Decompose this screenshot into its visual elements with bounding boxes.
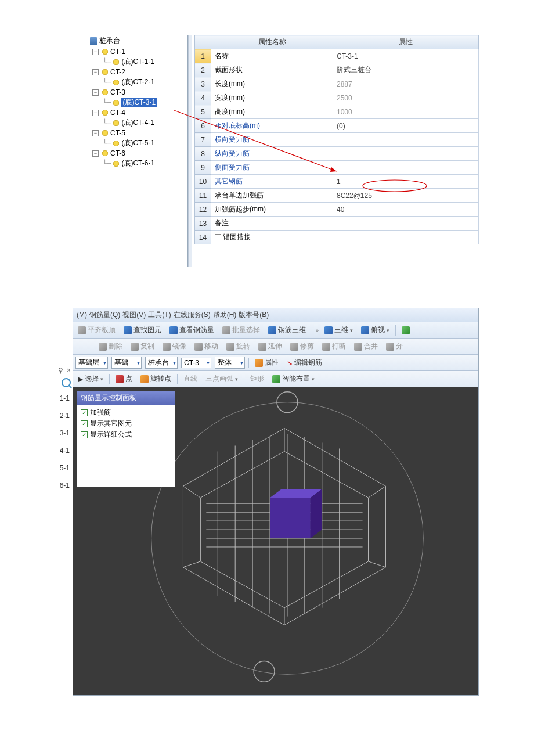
row-number[interactable]: 10 [195,175,211,189]
tree-group-label[interactable]: CT-6 [110,149,125,157]
tree-child-label[interactable]: (底)CT-1-1 [121,57,154,67]
prop-value[interactable]: 8C22@125 [333,189,479,203]
list-item[interactable]: 3-1 [50,424,73,442]
prop-name[interactable]: 纵向受力筋 [211,147,333,161]
type-select[interactable]: 桩承台 [145,357,178,369]
collapse-icon[interactable]: − [92,69,99,75]
splitter[interactable] [187,35,192,267]
collapse-icon[interactable]: − [92,110,99,116]
collapse-icon[interactable]: − [92,150,99,157]
rebar-3d-button[interactable]: 钢筋三维 [266,324,308,336]
arc-button[interactable]: 三点画弧▾ [203,373,240,385]
rotate-point-button[interactable]: 旋转点 [138,373,174,385]
row-number[interactable]: 5 [195,105,211,119]
tree-child-label[interactable]: (底)CT-6-1 [121,159,154,168]
line-button[interactable]: 直线 [181,373,200,385]
prop-name[interactable]: 相对底标高(m) [211,119,333,133]
row-number[interactable]: 1 [195,49,211,63]
list-item[interactable]: 4-1 [50,442,73,459]
checkbox[interactable]: ✓ [81,409,88,416]
3d-button[interactable]: 三维▾ [322,324,355,336]
menu-item[interactable]: 在线服务(S) [174,311,211,319]
view-rebar-button[interactable]: 查看钢筋量 [167,324,217,336]
prop-value[interactable]: CT-3-1 [333,49,479,63]
prop-name[interactable]: 长度(mm) [211,77,333,91]
row-number[interactable]: 7 [195,133,211,147]
collapse-icon[interactable]: − [92,89,99,96]
menu-item[interactable]: 钢筋量(Q) [89,311,120,319]
row-number[interactable]: 3 [195,77,211,91]
checkbox[interactable]: ✓ [81,420,88,427]
menu-item[interactable]: 工具(T) [148,311,171,319]
prop-name[interactable]: 横向受力筋 [211,133,333,147]
checkbox[interactable]: ✓ [81,431,88,438]
point-button[interactable]: 点 [113,373,135,385]
tree-group-label[interactable]: CT-4 [110,109,125,117]
list-item[interactable]: 1-1 [50,390,73,407]
tree-child-label[interactable]: (底)CT-4-1 [121,118,154,128]
prop-name[interactable]: 截面形状 [211,63,333,77]
row-number[interactable]: 4 [195,91,211,105]
close-icon[interactable]: × [67,366,71,375]
list-item[interactable]: 5-1 [50,459,73,477]
prop-name[interactable]: 承台单边加强筋 [211,189,333,203]
prop-value[interactable] [333,147,479,161]
row-number[interactable]: 2 [195,63,211,77]
prop-name[interactable]: 宽度(mm) [211,91,333,105]
delete-button[interactable]: 删除 [96,340,125,352]
merge-button[interactable]: 合并 [352,340,380,352]
prop-name[interactable]: 侧面受力筋 [211,161,333,175]
select-button[interactable]: ▶选择▾ [75,373,106,385]
prop-value[interactable] [333,217,479,231]
rect-button[interactable]: 矩形 [248,373,266,385]
expand-icon[interactable]: + [215,234,221,240]
copy-button[interactable]: 复制 [128,340,157,352]
menu-item[interactable]: (M) [77,311,87,319]
category-select[interactable]: 基础 [111,357,142,369]
collapse-icon[interactable]: − [92,49,99,55]
instance-select[interactable]: CT-3 [181,358,211,368]
prop-value[interactable]: 2500 [333,91,479,105]
list-item[interactable]: 2-1 [50,407,73,424]
menu-item[interactable]: 版本号(B) [239,311,269,319]
pin-icon[interactable]: ⚲ [58,366,63,375]
search-icon[interactable] [62,378,71,387]
tree-child-label[interactable]: (底)CT-5-1 [121,138,154,148]
trim-button[interactable]: 修剪 [288,340,316,352]
row-number[interactable]: 6 [195,119,211,133]
collapse-icon[interactable]: − [92,130,99,136]
tree-group-label[interactable]: CT-2 [110,68,125,76]
viewport-3d[interactable]: 钢筋显示控制面板 ✓加强筋✓显示其它图元✓显示详细公式 [73,387,478,695]
edit-rebar-button[interactable]: ↘编辑钢筋 [284,357,324,369]
row-number[interactable]: 14 [195,231,211,244]
prop-value[interactable]: 2887 [333,77,479,91]
prop-value[interactable]: 阶式三桩台 [333,63,479,77]
smart-layout-button[interactable]: 智能布置▾ [270,373,317,385]
prop-value[interactable] [333,231,479,244]
row-number[interactable]: 13 [195,217,211,231]
prop-value[interactable]: 1 [333,175,479,189]
tree-group-label[interactable]: CT-5 [110,129,125,137]
pingqi-button[interactable]: 平齐板顶 [75,324,118,336]
layer-select[interactable]: 基础层 [75,357,108,369]
prop-value[interactable]: 1000 [333,105,479,119]
extend-button[interactable]: 延伸 [256,340,284,352]
prop-value[interactable]: 40 [333,203,479,217]
prop-value[interactable]: (0) [333,119,479,133]
prop-value[interactable] [333,133,479,147]
prop-name[interactable]: 高度(mm) [211,105,333,119]
globe-button[interactable] [399,325,412,336]
menu-item[interactable]: 视图(V) [122,311,146,319]
break-button[interactable]: 打断 [320,340,348,352]
find-element-button[interactable]: 查找图元 [121,324,164,336]
tree-root[interactable]: 桩承台 [90,35,183,47]
topview-button[interactable]: 俯视▾ [359,324,392,336]
move-button[interactable]: 移动 [192,340,221,352]
prop-name[interactable]: 加强筋起步(mm) [211,203,333,217]
split-button[interactable]: 分 [384,340,405,352]
tree-group-label[interactable]: CT-3 [110,88,125,96]
properties-button[interactable]: 属性 [252,357,281,369]
prop-name[interactable]: 名称 [211,49,333,63]
row-number[interactable]: 12 [195,203,211,217]
scope-select[interactable]: 整体 [215,357,245,369]
